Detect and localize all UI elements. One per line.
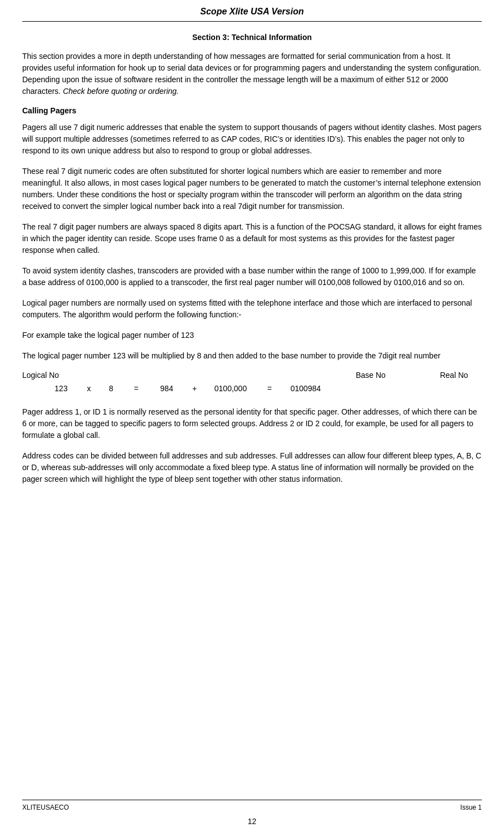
intro-paragraph: This section provides a more in depth un… <box>22 51 482 97</box>
paragraph-3: The real 7 digit pager numbers are alway… <box>22 221 482 256</box>
page-number: 12 <box>22 815 482 828</box>
real-no-label: Real No <box>426 371 482 380</box>
paragraph-2: These real 7 digit numeric codes are oft… <box>22 166 482 212</box>
paragraph-1: Pagers all use 7 digit numeric addresses… <box>22 122 482 157</box>
paragraph-5: Logical pager numbers are normally used … <box>22 297 482 321</box>
eq-op-x: x <box>78 384 100 393</box>
paragraph-7: The logical pager number 123 will be mul… <box>22 350 482 362</box>
eq-val-8: 8 <box>100 384 122 393</box>
base-no-label: Base No <box>337 371 404 380</box>
page-footer: XLITEUSAECO Issue 1 <box>22 800 482 815</box>
section-heading: Section 3: Technical Information <box>22 33 482 42</box>
eq-val-123: 123 <box>44 384 78 393</box>
footer-left-text: XLITEUSAECO <box>22 804 69 811</box>
eq-eq1: = <box>122 384 150 393</box>
page-header: Scope Xlite USA Version <box>22 0 482 22</box>
eq-val-984: 984 <box>150 384 183 393</box>
intro-italic-text: Check before quoting or ordering. <box>63 87 179 96</box>
main-content: Section 3: Technical Information This se… <box>22 22 482 800</box>
paragraph-9: Address codes can be divided between ful… <box>22 450 482 485</box>
calling-pagers-heading: Calling Pagers <box>22 106 482 115</box>
eq-op-plus: + <box>183 384 206 393</box>
footer-right-text: Issue 1 <box>460 804 482 811</box>
equation-section: Logical No Base No Real No 123 x 8 = 984… <box>22 371 482 393</box>
page-title: Scope Xlite USA Version <box>200 7 303 16</box>
eq-val-real: 0100984 <box>283 384 328 393</box>
paragraph-8: Pager address 1, or ID 1 is normally res… <box>22 406 482 441</box>
paragraph-6: For example take the logical pager numbe… <box>22 330 482 341</box>
eq-val-base: 0100,000 <box>206 384 256 393</box>
eq-eq2: = <box>256 384 283 393</box>
paragraph-4: To avoid system identity clashes, transc… <box>22 265 482 288</box>
logical-no-label: Logical No <box>22 371 67 380</box>
